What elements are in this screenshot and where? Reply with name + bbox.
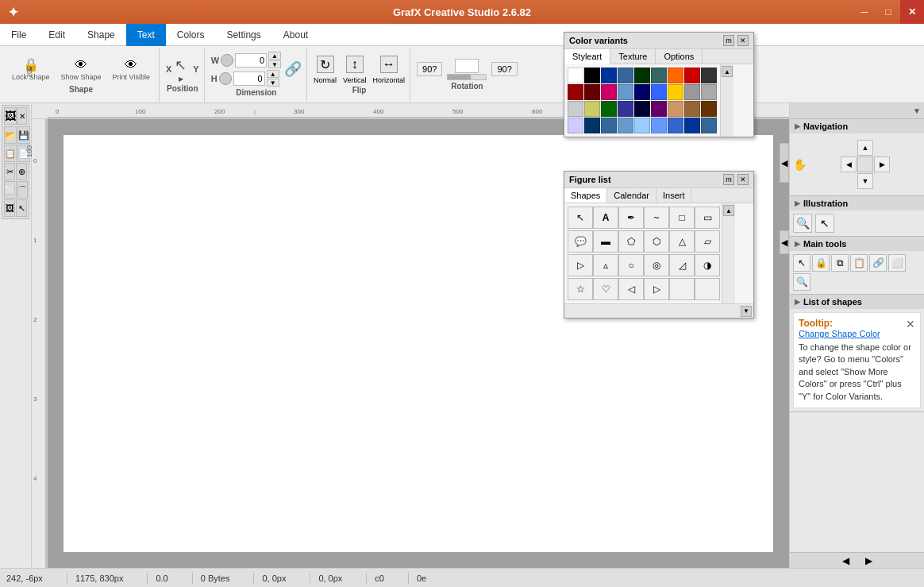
figure-shape-button[interactable]: ~ bbox=[644, 207, 669, 229]
menu-settings[interactable]: Settings bbox=[215, 24, 271, 46]
toolbox-save-button[interactable]: 💾 bbox=[17, 126, 30, 144]
print-visible-button[interactable]: 👁 Print Visible bbox=[109, 56, 154, 83]
color-swatch[interactable] bbox=[601, 84, 617, 100]
nav-left-button[interactable]: ◀ bbox=[841, 156, 857, 172]
link-tool-button[interactable]: 🔗 bbox=[869, 254, 887, 272]
figure-shape-button[interactable]: ○ bbox=[618, 254, 644, 276]
w-input[interactable] bbox=[235, 53, 267, 68]
list-of-shapes-header[interactable]: ▶ List of shapes bbox=[790, 295, 924, 309]
figure-shape-button[interactable]: ▭ bbox=[695, 207, 720, 229]
flip-vertical-button[interactable]: ↕ bbox=[345, 54, 365, 75]
w-decrease-button[interactable]: ▼ bbox=[268, 60, 281, 68]
figure-shape-button[interactable]: 💬 bbox=[568, 230, 593, 253]
figure-shape-button[interactable]: ▵ bbox=[593, 254, 618, 276]
figure-shape-button[interactable]: ↖ bbox=[568, 207, 593, 229]
figure-shape-button[interactable]: ☆ bbox=[568, 278, 593, 300]
figure-shape-button[interactable]: ◎ bbox=[644, 254, 669, 276]
toolbox-cut-button[interactable]: ✂ bbox=[4, 163, 15, 180]
copy-tool-button[interactable]: ⧉ bbox=[831, 254, 849, 272]
menu-shape[interactable]: Shape bbox=[76, 24, 126, 46]
menu-file[interactable]: File bbox=[0, 24, 37, 46]
color-tab-styleart[interactable]: Styleart bbox=[564, 49, 610, 64]
figure-list-close-button[interactable]: ✕ bbox=[737, 174, 749, 185]
color-swatch[interactable] bbox=[651, 118, 667, 133]
color-swatch[interactable] bbox=[684, 84, 700, 100]
color-swatch[interactable] bbox=[701, 101, 717, 117]
figure-scroll-up-button[interactable]: ▲ bbox=[723, 205, 734, 216]
menu-edit[interactable]: Edit bbox=[37, 24, 76, 46]
color-swatch[interactable] bbox=[634, 118, 650, 133]
color-swatch[interactable] bbox=[584, 84, 600, 100]
toolbox-copy-button[interactable]: 📋 bbox=[4, 145, 17, 162]
color-swatch[interactable] bbox=[701, 68, 717, 83]
figure-shape-button[interactable]: ▬ bbox=[593, 230, 618, 253]
h-input[interactable] bbox=[233, 71, 265, 86]
toolbox-image-button[interactable]: 🖼 bbox=[4, 107, 17, 125]
color-swatch[interactable] bbox=[568, 84, 583, 100]
figure-shape-button[interactable]: ▷ bbox=[644, 278, 669, 300]
color-swatch[interactable] bbox=[684, 101, 700, 117]
h-decrease-button[interactable]: ▼ bbox=[267, 79, 279, 87]
figure-shape-button[interactable]: ⬡ bbox=[644, 230, 669, 253]
figure-tab-shapes[interactable]: Shapes bbox=[564, 188, 607, 203]
pointer-illustration-button[interactable]: ↖ bbox=[815, 214, 834, 233]
color-swatch[interactable] bbox=[634, 101, 650, 117]
figure-shape-button[interactable]: ▷ bbox=[568, 254, 593, 276]
toolbox-lasso-button[interactable]: ⌒ bbox=[17, 181, 28, 199]
color-swatch[interactable] bbox=[584, 118, 600, 133]
color-swatch[interactable] bbox=[568, 118, 583, 133]
color-swatch[interactable] bbox=[668, 118, 683, 133]
color-swatch[interactable] bbox=[668, 101, 683, 117]
toolbox-arrow-button[interactable]: ↖ bbox=[16, 199, 27, 217]
illustration-header[interactable]: ▶ Illustration bbox=[790, 196, 924, 210]
tooltip-close-button[interactable]: ✕ bbox=[906, 318, 915, 330]
rotate-left-button[interactable]: 90? bbox=[417, 62, 442, 76]
color-swatch[interactable] bbox=[618, 68, 633, 83]
color-swatch[interactable] bbox=[651, 84, 667, 100]
menu-colors[interactable]: Colors bbox=[166, 24, 216, 46]
color-swatch[interactable] bbox=[668, 84, 683, 100]
figure-shape-button[interactable]: ◿ bbox=[669, 254, 695, 276]
h-increase-button[interactable]: ▲ bbox=[267, 70, 279, 78]
color-swatch[interactable] bbox=[601, 101, 617, 117]
color-swatch[interactable] bbox=[668, 68, 683, 83]
change-shape-color-link[interactable]: Change Shape Color bbox=[799, 329, 915, 338]
close-button[interactable]: ✕ bbox=[900, 0, 924, 24]
scroll-right-button[interactable]: ▶ bbox=[865, 555, 872, 566]
toolbox-special-button[interactable]: ⊕ bbox=[16, 163, 27, 180]
figure-scroll-bottom-button[interactable]: ▼ bbox=[741, 306, 752, 317]
minimize-button[interactable]: ─ bbox=[853, 0, 876, 24]
color-swatch[interactable] bbox=[651, 68, 667, 83]
nav-up-button[interactable]: ▲ bbox=[857, 140, 873, 156]
color-swatch[interactable] bbox=[684, 68, 700, 83]
figure-shape-button[interactable]: A bbox=[593, 207, 618, 229]
color-swatch[interactable] bbox=[618, 84, 633, 100]
color-swatch[interactable] bbox=[584, 68, 600, 83]
right-panel-collapse-button[interactable]: ▼ bbox=[913, 106, 921, 115]
color-swatch[interactable] bbox=[618, 101, 633, 117]
nav-right-button[interactable]: ▶ bbox=[874, 156, 890, 172]
figure-shape-button[interactable]: ◑ bbox=[695, 254, 720, 276]
select-tool-button[interactable]: ↖ bbox=[793, 254, 810, 272]
toolbox-img2-button[interactable]: 🖼 bbox=[4, 199, 15, 217]
color-swatch[interactable] bbox=[684, 118, 700, 133]
search-illustration-button[interactable]: 🔍 bbox=[793, 214, 812, 233]
color-swatch[interactable] bbox=[701, 84, 717, 100]
color-variants-close-button[interactable]: ✕ bbox=[737, 35, 749, 46]
figure-tab-calendar[interactable]: Calendar bbox=[607, 188, 656, 203]
color-swatch[interactable] bbox=[651, 101, 667, 117]
color-swatch[interactable] bbox=[701, 118, 717, 133]
show-shape-button[interactable]: 👁 Show Shape bbox=[57, 56, 106, 83]
scroll-left-button[interactable]: ◀ bbox=[842, 555, 849, 566]
color-swatch[interactable] bbox=[634, 68, 650, 83]
figure-shape-button[interactable]: ⬠ bbox=[618, 230, 644, 253]
figure-shape-button[interactable]: ▱ bbox=[695, 230, 720, 253]
maximize-button[interactable]: □ bbox=[876, 0, 900, 24]
menu-about[interactable]: About bbox=[272, 24, 319, 46]
color-swatch[interactable] bbox=[584, 101, 600, 117]
toolbox-select-button[interactable]: ⬜ bbox=[4, 181, 17, 199]
rotate-right-button[interactable]: 90? bbox=[491, 62, 517, 76]
color-swatch[interactable] bbox=[601, 118, 617, 133]
lock-tool-button[interactable]: 🔒 bbox=[812, 254, 830, 272]
figure-shape-button[interactable]: □ bbox=[669, 207, 695, 229]
